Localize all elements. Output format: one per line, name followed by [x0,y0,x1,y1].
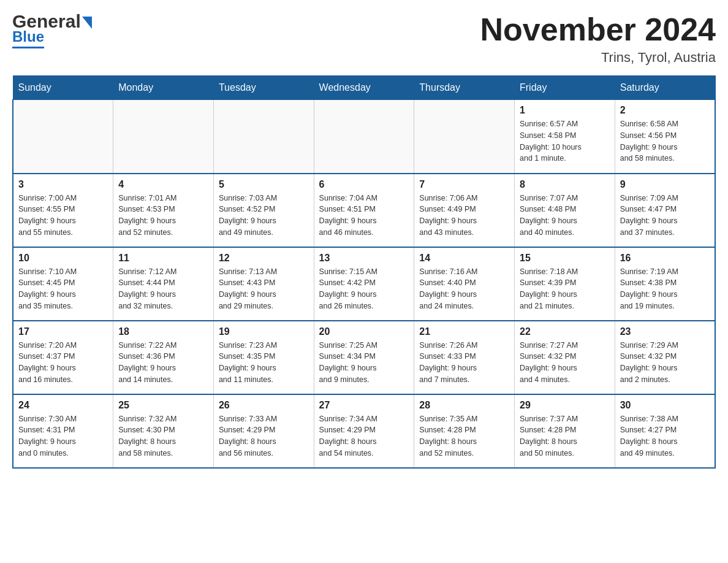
calendar-cell: 26Sunrise: 7:33 AM Sunset: 4:29 PM Dayli… [213,394,314,468]
week-row-1: 1Sunrise: 6:57 AM Sunset: 4:58 PM Daylig… [13,100,715,174]
day-info: Sunrise: 7:32 AM Sunset: 4:30 PM Dayligh… [118,413,208,459]
calendar-cell: 30Sunrise: 7:38 AM Sunset: 4:27 PM Dayli… [615,394,715,468]
calendar-cell: 9Sunrise: 7:09 AM Sunset: 4:47 PM Daylig… [615,174,715,247]
calendar-cell: 27Sunrise: 7:34 AM Sunset: 4:29 PM Dayli… [314,394,414,468]
day-info: Sunrise: 7:09 AM Sunset: 4:47 PM Dayligh… [620,193,710,239]
day-info: Sunrise: 7:15 AM Sunset: 4:42 PM Dayligh… [319,266,409,312]
header: General Blue November 2024 Trins, Tyrol,… [12,12,716,66]
calendar-table: SundayMondayTuesdayWednesdayThursdayFrid… [12,75,716,469]
day-info: Sunrise: 7:01 AM Sunset: 4:53 PM Dayligh… [118,193,208,239]
calendar-cell: 2Sunrise: 6:58 AM Sunset: 4:56 PM Daylig… [615,100,715,174]
week-row-4: 17Sunrise: 7:20 AM Sunset: 4:37 PM Dayli… [13,321,715,394]
day-number: 9 [620,179,710,190]
week-row-2: 3Sunrise: 7:00 AM Sunset: 4:55 PM Daylig… [13,174,715,247]
day-info: Sunrise: 7:27 AM Sunset: 4:32 PM Dayligh… [520,340,610,386]
calendar-cell [213,100,314,174]
day-info: Sunrise: 6:58 AM Sunset: 4:56 PM Dayligh… [620,118,710,164]
title-area: November 2024 Trins, Tyrol, Austria [480,12,716,66]
calendar-cell: 17Sunrise: 7:20 AM Sunset: 4:37 PM Dayli… [13,321,113,394]
calendar-body: 1Sunrise: 6:57 AM Sunset: 4:58 PM Daylig… [13,100,715,468]
day-info: Sunrise: 7:20 AM Sunset: 4:37 PM Dayligh… [18,340,108,386]
calendar-cell: 1Sunrise: 6:57 AM Sunset: 4:58 PM Daylig… [515,100,615,174]
day-info: Sunrise: 6:57 AM Sunset: 4:58 PM Dayligh… [520,118,610,164]
days-of-week-row: SundayMondayTuesdayWednesdayThursdayFrid… [13,76,715,100]
day-info: Sunrise: 7:25 AM Sunset: 4:34 PM Dayligh… [319,340,409,386]
day-number: 8 [520,179,610,190]
day-header-thursday: Thursday [414,76,515,100]
day-number: 21 [419,326,509,337]
calendar-cell [13,100,113,174]
calendar-cell: 23Sunrise: 7:29 AM Sunset: 4:32 PM Dayli… [615,321,715,394]
day-number: 16 [620,253,710,264]
day-info: Sunrise: 7:13 AM Sunset: 4:43 PM Dayligh… [219,266,309,312]
day-header-saturday: Saturday [615,76,715,100]
calendar-cell: 29Sunrise: 7:37 AM Sunset: 4:28 PM Dayli… [515,394,615,468]
day-info: Sunrise: 7:04 AM Sunset: 4:51 PM Dayligh… [319,193,409,239]
calendar-cell: 25Sunrise: 7:32 AM Sunset: 4:30 PM Dayli… [113,394,214,468]
day-number: 5 [219,179,309,190]
calendar-cell: 28Sunrise: 7:35 AM Sunset: 4:28 PM Dayli… [414,394,515,468]
day-number: 19 [219,326,309,337]
day-number: 14 [419,253,509,264]
day-number: 17 [18,326,108,337]
day-number: 13 [319,253,409,264]
day-info: Sunrise: 7:29 AM Sunset: 4:32 PM Dayligh… [620,340,710,386]
day-header-wednesday: Wednesday [314,76,414,100]
day-number: 10 [18,253,108,264]
calendar-cell: 5Sunrise: 7:03 AM Sunset: 4:52 PM Daylig… [213,174,314,247]
calendar-cell: 14Sunrise: 7:16 AM Sunset: 4:40 PM Dayli… [414,247,515,321]
day-info: Sunrise: 7:35 AM Sunset: 4:28 PM Dayligh… [419,413,509,459]
day-header-sunday: Sunday [13,76,113,100]
calendar-cell: 24Sunrise: 7:30 AM Sunset: 4:31 PM Dayli… [13,394,113,468]
day-info: Sunrise: 7:22 AM Sunset: 4:36 PM Dayligh… [118,340,208,386]
calendar-cell: 4Sunrise: 7:01 AM Sunset: 4:53 PM Daylig… [113,174,214,247]
day-info: Sunrise: 7:12 AM Sunset: 4:44 PM Dayligh… [118,266,208,312]
day-number: 29 [520,400,610,411]
day-number: 3 [18,179,108,190]
logo-arrow-icon [82,17,92,29]
day-info: Sunrise: 7:26 AM Sunset: 4:33 PM Dayligh… [419,340,509,386]
day-number: 28 [419,400,509,411]
day-header-tuesday: Tuesday [213,76,314,100]
logo-blue-text: Blue [12,28,44,48]
calendar-cell: 13Sunrise: 7:15 AM Sunset: 4:42 PM Dayli… [314,247,414,321]
day-number: 27 [319,400,409,411]
day-number: 26 [219,400,309,411]
day-number: 23 [620,326,710,337]
calendar-cell: 6Sunrise: 7:04 AM Sunset: 4:51 PM Daylig… [314,174,414,247]
day-number: 25 [118,400,208,411]
day-info: Sunrise: 7:06 AM Sunset: 4:49 PM Dayligh… [419,193,509,239]
day-info: Sunrise: 7:03 AM Sunset: 4:52 PM Dayligh… [219,193,309,239]
day-number: 4 [118,179,208,190]
calendar-cell [414,100,515,174]
logo: General Blue [12,12,92,48]
calendar-cell: 19Sunrise: 7:23 AM Sunset: 4:35 PM Dayli… [213,321,314,394]
day-number: 2 [620,105,710,116]
day-header-friday: Friday [515,76,615,100]
calendar-cell: 18Sunrise: 7:22 AM Sunset: 4:36 PM Dayli… [113,321,214,394]
day-info: Sunrise: 7:23 AM Sunset: 4:35 PM Dayligh… [219,340,309,386]
week-row-3: 10Sunrise: 7:10 AM Sunset: 4:45 PM Dayli… [13,247,715,321]
calendar-cell: 11Sunrise: 7:12 AM Sunset: 4:44 PM Dayli… [113,247,214,321]
day-info: Sunrise: 7:30 AM Sunset: 4:31 PM Dayligh… [18,413,108,459]
day-info: Sunrise: 7:10 AM Sunset: 4:45 PM Dayligh… [18,266,108,312]
calendar-cell [113,100,214,174]
week-row-5: 24Sunrise: 7:30 AM Sunset: 4:31 PM Dayli… [13,394,715,468]
day-number: 18 [118,326,208,337]
day-info: Sunrise: 7:16 AM Sunset: 4:40 PM Dayligh… [419,266,509,312]
day-info: Sunrise: 7:19 AM Sunset: 4:38 PM Dayligh… [620,266,710,312]
day-number: 24 [18,400,108,411]
day-number: 20 [319,326,409,337]
day-number: 12 [219,253,309,264]
calendar-cell: 7Sunrise: 7:06 AM Sunset: 4:49 PM Daylig… [414,174,515,247]
location-title: Trins, Tyrol, Austria [480,50,716,66]
day-info: Sunrise: 7:18 AM Sunset: 4:39 PM Dayligh… [520,266,610,312]
calendar-cell [314,100,414,174]
day-header-monday: Monday [113,76,214,100]
day-info: Sunrise: 7:07 AM Sunset: 4:48 PM Dayligh… [520,193,610,239]
day-info: Sunrise: 7:00 AM Sunset: 4:55 PM Dayligh… [18,193,108,239]
calendar-cell: 10Sunrise: 7:10 AM Sunset: 4:45 PM Dayli… [13,247,113,321]
calendar-cell: 8Sunrise: 7:07 AM Sunset: 4:48 PM Daylig… [515,174,615,247]
calendar-cell: 15Sunrise: 7:18 AM Sunset: 4:39 PM Dayli… [515,247,615,321]
calendar-cell: 21Sunrise: 7:26 AM Sunset: 4:33 PM Dayli… [414,321,515,394]
